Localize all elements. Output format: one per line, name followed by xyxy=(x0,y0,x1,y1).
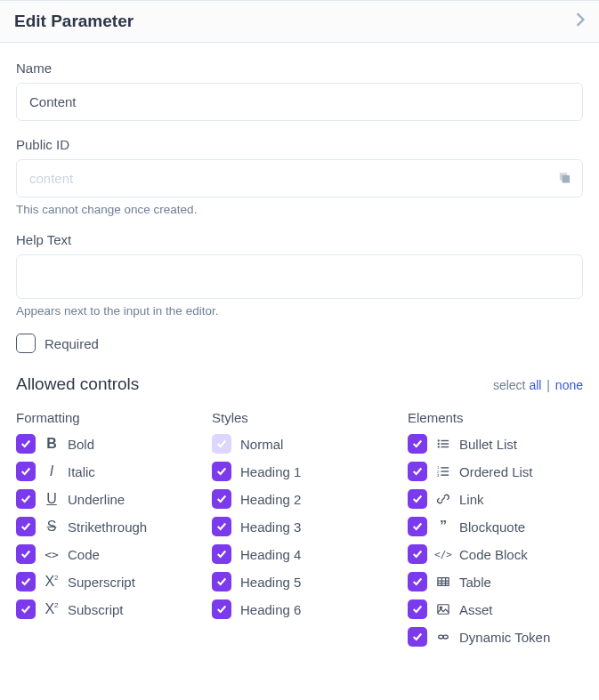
ordered-list-icon: 123 xyxy=(436,465,450,478)
italic-icon: I xyxy=(45,463,59,479)
h3-option: Heading 3 xyxy=(212,517,390,536)
help-text-label: Help Text xyxy=(16,232,583,247)
asset-checkbox[interactable] xyxy=(408,599,427,619)
svg-rect-11 xyxy=(441,471,449,471)
normal-option: Normal xyxy=(212,434,390,454)
collapse-chevron-icon[interactable] xyxy=(576,12,585,30)
dynamic-token-icon xyxy=(436,631,450,643)
allowed-controls-header: Allowed controls select all | none xyxy=(16,374,583,394)
underline-option: U Underline xyxy=(16,489,194,509)
ordered-option: 123 Ordered List xyxy=(408,462,583,481)
link-icon xyxy=(436,493,450,505)
code-checkbox[interactable] xyxy=(16,544,36,564)
svg-rect-1 xyxy=(563,175,570,182)
help-text-field: Help Text Appears next to the input in t… xyxy=(16,232,583,318)
link-checkbox[interactable] xyxy=(408,489,427,509)
code-icon: <> xyxy=(45,548,59,561)
bullet-checkbox[interactable] xyxy=(408,434,427,454)
styles-column: Styles Normal Heading 1 Heading 2 Headin… xyxy=(212,410,390,655)
blockquote-checkbox[interactable] xyxy=(408,517,427,536)
asset-option: Asset xyxy=(408,599,583,619)
svg-text:3: 3 xyxy=(437,473,440,478)
svg-point-6 xyxy=(438,446,440,447)
name-input[interactable] xyxy=(16,83,583,121)
svg-point-22 xyxy=(443,635,448,639)
subscript-icon: X2 xyxy=(45,601,59,617)
token-checkbox[interactable] xyxy=(408,627,427,647)
allowed-controls-title: Allowed controls xyxy=(16,374,139,394)
help-text-input[interactable] xyxy=(16,254,583,299)
subscript-option: X2 Subscript xyxy=(16,599,194,619)
required-label: Required xyxy=(45,336,99,351)
svg-rect-19 xyxy=(438,605,449,615)
name-label: Name xyxy=(16,60,583,76)
italic-option: I Italic xyxy=(16,462,194,481)
codeblock-checkbox[interactable] xyxy=(408,544,427,564)
svg-rect-5 xyxy=(441,443,449,444)
h6-checkbox[interactable] xyxy=(212,599,231,619)
public-id-label: Public ID xyxy=(16,137,583,152)
superscript-option: X2 Superscript xyxy=(16,572,194,591)
h1-option: Heading 1 xyxy=(212,462,390,481)
h1-checkbox[interactable] xyxy=(212,462,231,481)
h3-checkbox[interactable] xyxy=(212,517,231,536)
copy-icon[interactable] xyxy=(557,170,571,187)
h4-option: Heading 4 xyxy=(212,544,390,564)
svg-point-2 xyxy=(438,439,440,441)
table-icon xyxy=(436,575,450,588)
italic-checkbox[interactable] xyxy=(16,462,36,481)
strike-option: S Strikethrough xyxy=(16,517,194,536)
public-id-input[interactable] xyxy=(16,159,583,197)
h4-checkbox[interactable] xyxy=(212,544,231,564)
codeblock-option: </> Code Block xyxy=(408,544,583,564)
h2-checkbox[interactable] xyxy=(212,489,231,509)
styles-title: Styles xyxy=(212,410,390,425)
subscript-checkbox[interactable] xyxy=(16,599,36,619)
required-checkbox[interactable] xyxy=(16,334,36,353)
code-block-icon: </> xyxy=(436,549,450,560)
svg-rect-3 xyxy=(441,440,449,441)
token-option: Dynamic Token xyxy=(408,627,583,647)
h5-option: Heading 5 xyxy=(212,572,390,591)
strike-checkbox[interactable] xyxy=(16,517,36,536)
superscript-icon: X2 xyxy=(45,574,59,590)
asset-icon xyxy=(436,603,450,616)
bold-icon: B xyxy=(45,436,59,452)
h6-option: Heading 6 xyxy=(212,599,390,619)
select-all-link[interactable]: all xyxy=(529,378,541,392)
public-id-helper: This cannot change once created. xyxy=(16,203,583,216)
help-text-helper: Appears next to the input in the editor. xyxy=(16,304,583,318)
bullet-list-icon xyxy=(436,438,450,450)
panel-body: Name Public ID This cannot change once c… xyxy=(0,43,599,672)
normal-checkbox xyxy=(212,434,231,454)
elements-column: Elements Bullet List 123 Ordered List Li… xyxy=(408,410,583,655)
strikethrough-icon: S xyxy=(45,519,59,535)
underline-checkbox[interactable] xyxy=(16,489,36,509)
formatting-title: Formatting xyxy=(16,410,194,425)
svg-rect-14 xyxy=(438,578,449,586)
link-option: Link xyxy=(408,489,583,509)
h5-checkbox[interactable] xyxy=(212,572,231,591)
bold-option: B Bold xyxy=(16,434,194,454)
panel-title: Edit Parameter xyxy=(14,12,134,31)
table-checkbox[interactable] xyxy=(408,572,427,591)
svg-point-21 xyxy=(439,635,443,639)
elements-title: Elements xyxy=(408,410,583,425)
underline-icon: U xyxy=(45,491,59,507)
ordered-checkbox[interactable] xyxy=(408,462,427,481)
superscript-checkbox[interactable] xyxy=(16,572,36,591)
select-links: select all | none xyxy=(493,378,583,392)
bold-checkbox[interactable] xyxy=(16,434,36,454)
formatting-column: Formatting B Bold I Italic U Underline S… xyxy=(16,410,194,655)
blockquote-option: ” Blockquote xyxy=(408,517,583,536)
required-row: Required xyxy=(16,334,583,353)
panel-header: Edit Parameter xyxy=(0,0,599,43)
svg-point-4 xyxy=(438,443,440,445)
blockquote-icon: ” xyxy=(436,519,450,535)
public-id-field: Public ID This cannot change once create… xyxy=(16,137,583,216)
select-none-link[interactable]: none xyxy=(555,378,583,392)
svg-point-20 xyxy=(440,607,441,608)
name-field: Name xyxy=(16,60,583,121)
bullet-option: Bullet List xyxy=(408,434,583,454)
h2-option: Heading 2 xyxy=(212,489,390,509)
